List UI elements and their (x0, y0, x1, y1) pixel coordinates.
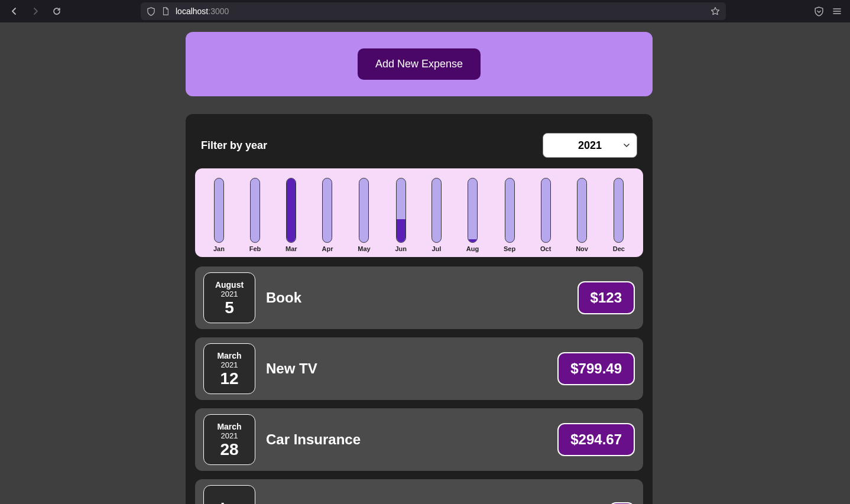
expense-price: $294.67 (557, 423, 635, 456)
url-text: localhost:3000 (176, 6, 705, 16)
chart-bar-sep: Sep (504, 178, 515, 252)
browser-toolbar: localhost:3000 (0, 0, 850, 22)
expense-item: August 2021 5 Book $123 (195, 266, 643, 329)
chart-bar-outer (359, 178, 369, 243)
chart-bar-outer (322, 178, 332, 243)
expense-day: 28 (220, 441, 238, 458)
page-viewport[interactable]: Add New Expense Filter by year 2021 Jan (0, 22, 838, 504)
chart-bar-outer (250, 178, 260, 243)
chart-bar-outer (286, 178, 296, 243)
chart-bar-apr: Apr (322, 178, 333, 252)
expense-item: June 2021 (195, 479, 643, 504)
chart-bar-label: Feb (249, 245, 261, 252)
filter-row: Filter by year 2021 (195, 123, 643, 168)
expense-month: June (220, 501, 239, 505)
hamburger-menu-icon[interactable] (832, 6, 842, 16)
file-icon (161, 7, 170, 15)
chart-bar-label: Apr (322, 245, 333, 252)
expense-price: $799.49 (557, 352, 635, 385)
chart-bar-label: Oct (540, 245, 551, 252)
reload-button[interactable] (48, 3, 65, 19)
chart-bar-may: May (358, 178, 370, 252)
expense-title: Book (266, 290, 567, 306)
chart-bar-label: Mar (286, 245, 297, 252)
expense-year: 2021 (221, 431, 238, 440)
expense-price: $123 (578, 281, 635, 314)
expense-item: March 2021 28 Car Insurance $294.67 (195, 408, 643, 471)
expense-title: Car Insurance (266, 431, 547, 448)
expenses-chart: Jan Feb Mar Apr May Jun Jul Aug (195, 168, 643, 257)
chart-bar-nov: Nov (576, 178, 588, 252)
url-host: localhost (176, 6, 208, 16)
chart-bar-outer (505, 178, 515, 243)
chart-bar-label: Dec (613, 245, 625, 252)
url-port: :3000 (208, 6, 229, 16)
chart-bar-jul: Jul (432, 178, 442, 252)
chart-bar-feb: Feb (249, 178, 261, 252)
shield-icon (147, 7, 155, 16)
chart-bar-jan: Jan (213, 178, 225, 252)
chart-bar-outer (614, 178, 624, 243)
year-select[interactable]: 2021 (543, 133, 637, 158)
expense-item: March 2021 12 New TV $799.49 (195, 337, 643, 400)
chart-bar-oct: Oct (540, 178, 551, 252)
pocket-icon[interactable] (814, 6, 824, 17)
chart-bar-outer (468, 178, 478, 243)
chart-bar-fill (287, 178, 296, 242)
chart-bar-label: Jul (432, 245, 441, 252)
chart-bar-label: Aug (466, 245, 479, 252)
chart-bar-jun: Jun (395, 178, 407, 252)
expense-year: 2021 (221, 290, 238, 298)
chart-bar-outer (214, 178, 224, 243)
add-new-expense-button[interactable]: Add New Expense (358, 48, 481, 80)
expense-date: March 2021 28 (203, 414, 255, 465)
back-button[interactable] (6, 3, 22, 19)
expense-month: August (215, 280, 244, 290)
expense-day: 5 (225, 300, 234, 316)
chart-bar-dec: Dec (613, 178, 625, 252)
expense-day: 12 (220, 370, 238, 387)
chart-bar-label: Jan (213, 245, 225, 252)
chart-bar-label: Sep (504, 245, 515, 252)
expense-month: March (217, 422, 241, 431)
chart-bar-outer (541, 178, 551, 243)
chart-bar-outer (432, 178, 442, 243)
chart-bar-label: May (358, 245, 370, 252)
url-bar[interactable]: localhost:3000 (141, 2, 726, 20)
expenses-panel: Filter by year 2021 Jan Feb Mar (186, 114, 653, 504)
expense-title: New TV (266, 360, 547, 377)
bookmark-star-icon[interactable] (711, 6, 720, 16)
expense-month: March (217, 351, 241, 360)
chart-bar-aug: Aug (466, 178, 479, 252)
chart-bar-fill (468, 239, 477, 242)
chart-bar-label: Nov (576, 245, 588, 252)
chart-bar-fill (397, 219, 405, 242)
chart-bar-outer (396, 178, 406, 243)
forward-button (27, 3, 44, 19)
expense-date: June 2021 (203, 485, 255, 504)
expense-date: March 2021 12 (203, 343, 255, 394)
new-expense-banner: Add New Expense (186, 32, 653, 96)
chart-bar-label: Jun (395, 245, 407, 252)
chart-bar-outer (577, 178, 587, 243)
chart-bar-mar: Mar (286, 178, 297, 252)
expense-date: August 2021 5 (203, 272, 255, 323)
filter-label: Filter by year (201, 139, 267, 152)
expense-year: 2021 (221, 360, 238, 369)
